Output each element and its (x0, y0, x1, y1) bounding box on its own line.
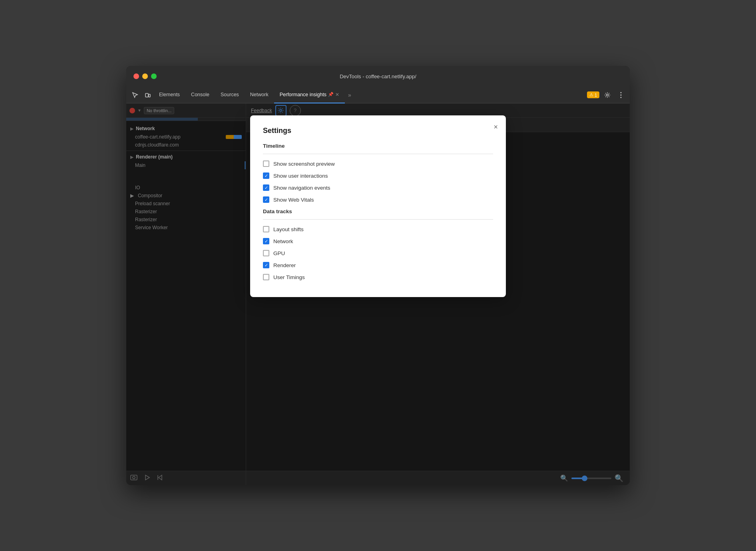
content-area: ▼ No throttlin... ▶ Network coffee-cart.… (126, 103, 630, 485)
device-toggle-icon[interactable] (142, 89, 153, 101)
checkbox-network-label: Network (273, 238, 293, 244)
tab-close-icon[interactable]: ✕ (335, 92, 339, 97)
checkbox-web-vitals[interactable] (263, 196, 269, 203)
checkbox-user-interactions-label: Show user interactions (273, 173, 328, 179)
checkbox-row: GPU (263, 250, 493, 256)
tab-performance-insights[interactable]: Performance insights 📌 ✕ (274, 87, 345, 103)
devtools-body: Elements Console Sources Network Perform… (126, 87, 630, 485)
checkbox-row: Show screenshot preview (263, 161, 493, 167)
settings-icon[interactable] (602, 89, 613, 101)
checkbox-row: Show navigation events (263, 184, 493, 191)
checkbox-renderer-label: Renderer (273, 262, 296, 268)
devtools-window: DevTools - coffee-cart.netlify.app/ (126, 66, 630, 485)
timeline-divider (263, 154, 493, 154)
main-toolbar: Elements Console Sources Network Perform… (126, 87, 630, 103)
checkbox-user-timings[interactable] (263, 274, 269, 280)
data-tracks-label: Data tracks (263, 208, 493, 214)
data-tracks-section: Data tracks Layout shifts Network (263, 208, 493, 280)
warning-icon: ⚠ (589, 92, 593, 97)
tab-console[interactable]: Console (185, 87, 215, 103)
svg-point-3 (621, 92, 622, 93)
modal-close-button[interactable]: × (493, 123, 498, 131)
checkbox-layout-shifts-label: Layout shifts (273, 226, 304, 232)
checkbox-screenshot-preview[interactable] (263, 161, 269, 167)
data-tracks-divider (263, 219, 493, 220)
checkbox-gpu-label: GPU (273, 250, 285, 256)
checkbox-navigation-events-label: Show navigation events (273, 185, 330, 191)
inspect-icon[interactable] (129, 89, 141, 101)
tab-sources[interactable]: Sources (215, 87, 245, 103)
checkbox-row: Show user interactions (263, 172, 493, 179)
checkbox-row: User Timings (263, 274, 493, 280)
modal-overlay: Settings × Timeline Show screenshot prev… (126, 103, 630, 485)
checkbox-user-timings-label: User Timings (273, 274, 305, 280)
checkbox-row: Layout shifts (263, 226, 493, 232)
maximize-traffic-light[interactable] (151, 73, 157, 79)
traffic-lights (133, 73, 157, 79)
svg-point-2 (607, 94, 609, 96)
checkbox-web-vitals-label: Show Web Vitals (273, 197, 314, 203)
checkbox-row: Renderer (263, 262, 493, 268)
tabs: Elements Console Sources Network Perform… (153, 87, 587, 103)
titlebar-title: DevTools - coffee-cart.netlify.app/ (340, 73, 416, 79)
checkbox-gpu[interactable] (263, 250, 269, 256)
checkbox-navigation-events[interactable] (263, 184, 269, 191)
modal-title: Settings (263, 127, 493, 135)
titlebar: DevTools - coffee-cart.netlify.app/ (126, 66, 630, 87)
svg-point-5 (621, 97, 622, 98)
tab-elements[interactable]: Elements (153, 87, 185, 103)
tab-more-icon[interactable]: » (345, 92, 354, 98)
settings-modal: Settings × Timeline Show screenshot prev… (250, 115, 506, 297)
svg-rect-1 (149, 94, 150, 97)
close-traffic-light[interactable] (133, 73, 139, 79)
minimize-traffic-light[interactable] (142, 73, 148, 79)
toolbar-left (129, 89, 153, 101)
checkbox-row: Network (263, 238, 493, 244)
checkbox-screenshot-preview-label: Show screenshot preview (273, 161, 335, 167)
tab-network[interactable]: Network (245, 87, 274, 103)
toolbar-right: ⚠ 1 (587, 89, 627, 101)
timeline-section-label: Timeline (263, 143, 493, 149)
svg-rect-0 (145, 93, 148, 97)
checkbox-network[interactable] (263, 238, 269, 244)
tab-pin-icon: 📌 (328, 92, 334, 97)
checkbox-layout-shifts[interactable] (263, 226, 269, 232)
checkbox-row: Show Web Vitals (263, 196, 493, 203)
more-options-icon[interactable] (615, 89, 627, 101)
warning-badge[interactable]: ⚠ 1 (587, 91, 599, 98)
checkbox-renderer[interactable] (263, 262, 269, 268)
svg-point-4 (621, 94, 622, 95)
checkbox-user-interactions[interactable] (263, 172, 269, 179)
